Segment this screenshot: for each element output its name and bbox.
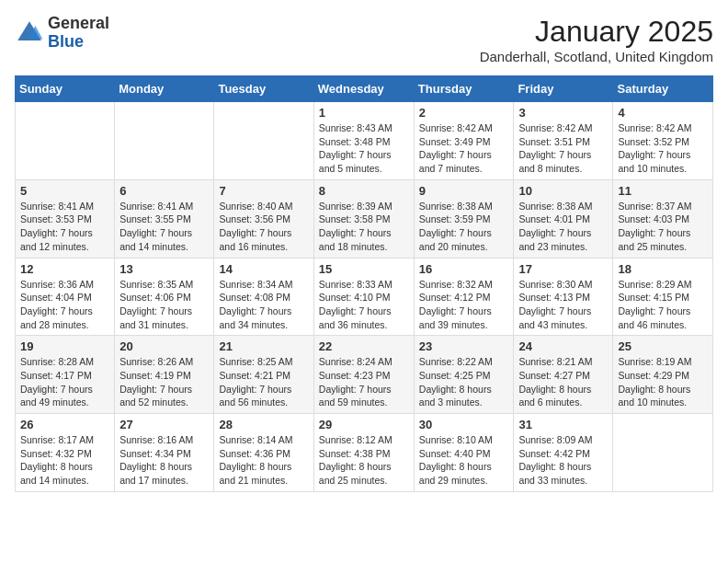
day-number: 13 xyxy=(119,262,209,276)
calendar-week-2: 5Sunrise: 8:41 AM Sunset: 3:53 PM Daylig… xyxy=(16,179,713,258)
calendar-cell: 9Sunrise: 8:38 AM Sunset: 3:59 PM Daylig… xyxy=(414,179,514,258)
day-number: 9 xyxy=(419,184,509,198)
day-info: Sunrise: 8:36 AM Sunset: 4:04 PM Dayligh… xyxy=(20,278,109,332)
day-info: Sunrise: 8:32 AM Sunset: 4:12 PM Dayligh… xyxy=(419,278,509,332)
calendar-cell: 2Sunrise: 8:42 AM Sunset: 3:49 PM Daylig… xyxy=(414,102,514,180)
calendar-cell: 25Sunrise: 8:19 AM Sunset: 4:29 PM Dayli… xyxy=(613,336,713,414)
day-number: 8 xyxy=(319,184,409,198)
day-info: Sunrise: 8:38 AM Sunset: 4:01 PM Dayligh… xyxy=(518,200,608,254)
calendar-cell: 18Sunrise: 8:29 AM Sunset: 4:15 PM Dayli… xyxy=(613,258,713,336)
calendar-cell: 14Sunrise: 8:34 AM Sunset: 4:08 PM Dayli… xyxy=(214,258,313,336)
calendar-cell xyxy=(613,414,713,492)
day-info: Sunrise: 8:37 AM Sunset: 4:03 PM Dayligh… xyxy=(618,200,708,254)
day-number: 20 xyxy=(119,339,209,353)
calendar-cell: 13Sunrise: 8:35 AM Sunset: 4:06 PM Dayli… xyxy=(115,258,214,336)
calendar-header-thursday: Thursday xyxy=(414,76,514,102)
calendar-cell: 30Sunrise: 8:10 AM Sunset: 4:40 PM Dayli… xyxy=(414,414,514,492)
day-number: 27 xyxy=(119,418,209,431)
calendar-cell: 12Sunrise: 8:36 AM Sunset: 4:04 PM Dayli… xyxy=(16,258,115,336)
logo-general-text: General xyxy=(48,14,109,32)
logo-icon xyxy=(15,18,44,48)
day-info: Sunrise: 8:28 AM Sunset: 4:17 PM Dayligh… xyxy=(20,355,109,409)
day-number: 7 xyxy=(219,184,308,198)
day-info: Sunrise: 8:22 AM Sunset: 4:25 PM Dayligh… xyxy=(419,355,509,409)
calendar-cell: 20Sunrise: 8:26 AM Sunset: 4:19 PM Dayli… xyxy=(115,336,214,414)
day-info: Sunrise: 8:19 AM Sunset: 4:29 PM Dayligh… xyxy=(618,355,708,409)
day-info: Sunrise: 8:29 AM Sunset: 4:15 PM Dayligh… xyxy=(618,278,708,332)
day-number: 18 xyxy=(618,262,708,276)
calendar-header-row: SundayMondayTuesdayWednesdayThursdayFrid… xyxy=(16,76,713,102)
day-info: Sunrise: 8:33 AM Sunset: 4:10 PM Dayligh… xyxy=(319,278,409,332)
calendar-header-tuesday: Tuesday xyxy=(214,76,313,102)
calendar-week-4: 19Sunrise: 8:28 AM Sunset: 4:17 PM Dayli… xyxy=(16,336,713,414)
calendar-cell: 21Sunrise: 8:25 AM Sunset: 4:21 PM Dayli… xyxy=(214,336,313,414)
page-header: General Blue January 2025 Danderhall, Sc… xyxy=(15,15,713,64)
day-info: Sunrise: 8:25 AM Sunset: 4:21 PM Dayligh… xyxy=(219,355,308,409)
day-info: Sunrise: 8:34 AM Sunset: 4:08 PM Dayligh… xyxy=(219,278,308,332)
day-number: 15 xyxy=(319,262,409,276)
calendar-cell: 23Sunrise: 8:22 AM Sunset: 4:25 PM Dayli… xyxy=(414,336,514,414)
day-number: 6 xyxy=(119,184,209,198)
calendar-cell xyxy=(115,102,214,180)
day-info: Sunrise: 8:41 AM Sunset: 3:55 PM Dayligh… xyxy=(119,200,209,254)
calendar-cell: 29Sunrise: 8:12 AM Sunset: 4:38 PM Dayli… xyxy=(313,414,414,492)
calendar-header-wednesday: Wednesday xyxy=(313,76,414,102)
day-number: 25 xyxy=(618,339,708,353)
day-number: 12 xyxy=(20,262,109,276)
day-info: Sunrise: 8:16 AM Sunset: 4:34 PM Dayligh… xyxy=(119,433,209,488)
day-number: 11 xyxy=(618,184,708,198)
month-title: January 2025 xyxy=(480,15,713,49)
calendar-cell: 15Sunrise: 8:33 AM Sunset: 4:10 PM Dayli… xyxy=(313,258,414,336)
day-number: 21 xyxy=(219,339,308,353)
calendar-cell xyxy=(214,102,313,180)
day-number: 30 xyxy=(419,418,509,431)
day-info: Sunrise: 8:30 AM Sunset: 4:13 PM Dayligh… xyxy=(518,278,608,332)
day-info: Sunrise: 8:41 AM Sunset: 3:53 PM Dayligh… xyxy=(20,200,109,254)
day-number: 17 xyxy=(518,262,608,276)
calendar-cell: 17Sunrise: 8:30 AM Sunset: 4:13 PM Dayli… xyxy=(514,258,613,336)
day-number: 22 xyxy=(319,339,409,353)
day-number: 4 xyxy=(618,106,708,120)
day-info: Sunrise: 8:26 AM Sunset: 4:19 PM Dayligh… xyxy=(119,355,209,409)
calendar-week-1: 1Sunrise: 8:43 AM Sunset: 3:48 PM Daylig… xyxy=(16,102,713,180)
calendar-header-sunday: Sunday xyxy=(16,76,115,102)
day-info: Sunrise: 8:10 AM Sunset: 4:40 PM Dayligh… xyxy=(419,433,509,488)
calendar-header-saturday: Saturday xyxy=(613,76,713,102)
day-number: 10 xyxy=(518,184,608,198)
day-info: Sunrise: 8:14 AM Sunset: 4:36 PM Dayligh… xyxy=(219,433,308,488)
day-number: 2 xyxy=(419,106,509,120)
day-number: 31 xyxy=(518,418,608,431)
day-number: 19 xyxy=(20,339,109,353)
calendar-cell: 8Sunrise: 8:39 AM Sunset: 3:58 PM Daylig… xyxy=(313,179,414,258)
logo: General Blue xyxy=(15,15,109,52)
calendar-cell: 24Sunrise: 8:21 AM Sunset: 4:27 PM Dayli… xyxy=(514,336,613,414)
calendar-cell: 19Sunrise: 8:28 AM Sunset: 4:17 PM Dayli… xyxy=(16,336,115,414)
calendar-week-5: 26Sunrise: 8:17 AM Sunset: 4:32 PM Dayli… xyxy=(16,414,713,492)
day-number: 1 xyxy=(319,106,409,120)
calendar-header-friday: Friday xyxy=(514,76,613,102)
day-number: 14 xyxy=(219,262,308,276)
day-info: Sunrise: 8:39 AM Sunset: 3:58 PM Dayligh… xyxy=(319,200,409,254)
day-number: 23 xyxy=(419,339,509,353)
calendar-cell: 6Sunrise: 8:41 AM Sunset: 3:55 PM Daylig… xyxy=(115,179,214,258)
calendar-cell: 27Sunrise: 8:16 AM Sunset: 4:34 PM Dayli… xyxy=(115,414,214,492)
calendar-cell: 16Sunrise: 8:32 AM Sunset: 4:12 PM Dayli… xyxy=(414,258,514,336)
day-number: 16 xyxy=(419,262,509,276)
calendar-cell: 31Sunrise: 8:09 AM Sunset: 4:42 PM Dayli… xyxy=(514,414,613,492)
calendar-table: SundayMondayTuesdayWednesdayThursdayFrid… xyxy=(15,75,713,492)
day-info: Sunrise: 8:40 AM Sunset: 3:56 PM Dayligh… xyxy=(219,200,308,254)
calendar-cell: 5Sunrise: 8:41 AM Sunset: 3:53 PM Daylig… xyxy=(16,179,115,258)
day-number: 3 xyxy=(518,106,608,120)
day-number: 29 xyxy=(319,418,409,431)
calendar-cell: 26Sunrise: 8:17 AM Sunset: 4:32 PM Dayli… xyxy=(16,414,115,492)
day-info: Sunrise: 8:42 AM Sunset: 3:51 PM Dayligh… xyxy=(518,121,608,176)
logo-blue-text: Blue xyxy=(48,32,84,51)
day-info: Sunrise: 8:42 AM Sunset: 3:52 PM Dayligh… xyxy=(618,121,708,176)
calendar-cell: 4Sunrise: 8:42 AM Sunset: 3:52 PM Daylig… xyxy=(613,102,713,180)
calendar-header-monday: Monday xyxy=(115,76,214,102)
day-info: Sunrise: 8:17 AM Sunset: 4:32 PM Dayligh… xyxy=(20,433,109,488)
calendar-cell: 11Sunrise: 8:37 AM Sunset: 4:03 PM Dayli… xyxy=(613,179,713,258)
calendar-cell xyxy=(16,102,115,180)
day-info: Sunrise: 8:21 AM Sunset: 4:27 PM Dayligh… xyxy=(518,355,608,409)
location-subtitle: Danderhall, Scotland, United Kingdom xyxy=(480,49,713,64)
